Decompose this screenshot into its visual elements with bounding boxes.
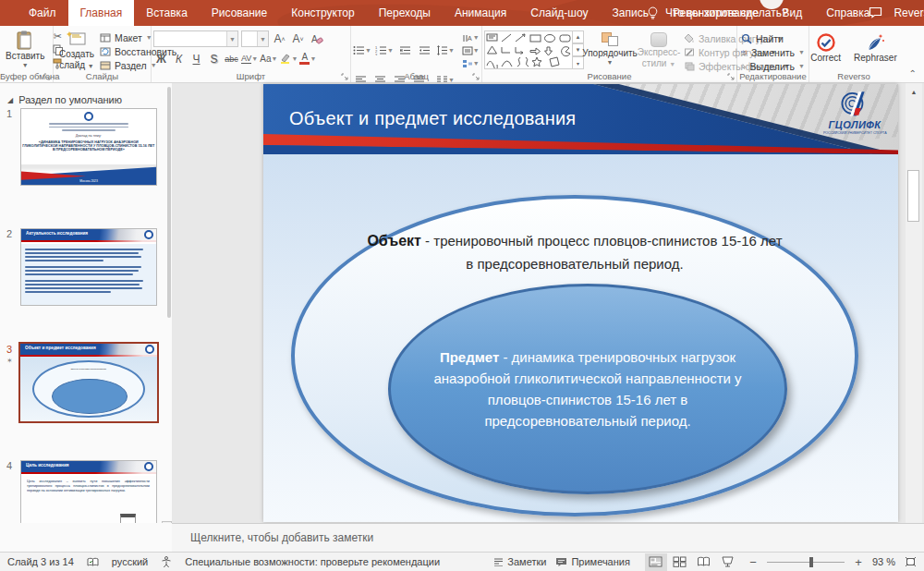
status-left: Слайд 3 из 14 русский Специальные возмож… bbox=[7, 556, 440, 568]
clipboard-dialog-launcher[interactable] bbox=[43, 73, 51, 80]
logo-subtext: РОССИЙСКИЙ УНИВЕРСИТЕТ СПОРТА bbox=[823, 131, 887, 135]
convert-smartart-button[interactable]: ▼ bbox=[462, 57, 480, 69]
zoom-in-button[interactable]: + bbox=[854, 555, 863, 569]
tab-draw[interactable]: Рисование bbox=[200, 0, 279, 26]
university-logo: ГЦОЛИФК РОССИЙСКИЙ УНИВЕРСИТЕТ СПОРТА bbox=[821, 88, 889, 136]
tab-reverso[interactable]: Reverso bbox=[881, 0, 924, 26]
notes-toggle-button[interactable]: Заметки bbox=[493, 556, 546, 567]
bold-button[interactable]: Ж bbox=[153, 51, 169, 67]
slide-1-thumbnail[interactable]: Доклад на тему: «ДИНАМИКА ТРЕНИРОВОЧНЫХ … bbox=[20, 108, 157, 186]
accessibility-icon[interactable] bbox=[161, 556, 172, 568]
drawing-dialog-launcher[interactable] bbox=[727, 73, 735, 80]
numbering-button[interactable]: 123▼ bbox=[375, 43, 394, 58]
shapes-scroll-up[interactable]: ▲ bbox=[573, 30, 584, 43]
highlight-color-button[interactable]: ▼ bbox=[279, 51, 298, 67]
font-size-combo[interactable]: ▼ bbox=[241, 30, 269, 47]
slide-2-thumbnail[interactable]: Актуальность исследования bbox=[20, 228, 157, 306]
group-slides: Создать слайд ▼ Макет▼ Восстановить Разд… bbox=[54, 26, 152, 82]
character-spacing-button[interactable]: AV▼ bbox=[241, 51, 258, 67]
pane-scrollbar-thumb[interactable] bbox=[167, 87, 171, 318]
tab-home[interactable]: Главная bbox=[68, 0, 135, 26]
font-name-combo[interactable]: ▼ bbox=[153, 30, 238, 47]
strikethrough-button[interactable]: abc bbox=[224, 51, 239, 67]
slide-sorter-view-button[interactable] bbox=[669, 553, 691, 571]
replace-button[interactable]: abacЗаменить▼ bbox=[739, 45, 807, 59]
rephraser-icon bbox=[865, 32, 885, 53]
reading-view-button[interactable] bbox=[693, 553, 715, 571]
tab-design[interactable]: Конструктор bbox=[279, 0, 366, 26]
fit-slide-to-window-button[interactable] bbox=[905, 556, 917, 567]
italic-button[interactable]: К bbox=[171, 51, 187, 67]
tab-insert[interactable]: Вставка bbox=[134, 0, 200, 26]
ribbon: Вставить ▼ ✂ Буфер обмена Создать слайд … bbox=[0, 26, 924, 83]
normal-view-button[interactable] bbox=[645, 553, 667, 571]
scrollbar-up-arrow[interactable]: ▲ bbox=[907, 85, 920, 98]
comments-toggle-button[interactable]: Примечания bbox=[555, 556, 630, 567]
editor-vertical-scrollbar[interactable]: ▲ bbox=[906, 83, 922, 523]
zoom-slider-knob[interactable] bbox=[809, 557, 813, 567]
arrange-icon bbox=[602, 32, 618, 46]
notes-area[interactable]: Щелкните, чтобы добавить заметки bbox=[172, 523, 924, 552]
underline-button[interactable]: Ч bbox=[188, 51, 204, 67]
thumb4-logo bbox=[144, 462, 153, 471]
thumb2-body bbox=[21, 244, 156, 305]
thumb4-text: Цель исследования – выявить пути повышен… bbox=[27, 479, 150, 492]
increase-font-button[interactable]: А˄ bbox=[272, 31, 287, 47]
paste-dropdown-caret: ▼ bbox=[22, 62, 29, 69]
new-slide-button[interactable]: Создать слайд ▼ bbox=[55, 29, 98, 72]
content-area: ◢ Раздел по умолчанию 1 Доклад на тему: … bbox=[0, 83, 924, 523]
text-shadow-button[interactable]: S bbox=[206, 51, 222, 67]
notes-icon bbox=[493, 557, 504, 566]
slide-title-text[interactable]: Объект и предмет исследования bbox=[289, 108, 576, 129]
section-header[interactable]: ◢ Раздел по умолчанию bbox=[7, 94, 122, 105]
shapes-gallery-grid[interactable] bbox=[484, 30, 573, 69]
shapes-gallery[interactable]: ▲ ▼ ▾ bbox=[484, 30, 584, 69]
feedback-chat-icon[interactable] bbox=[869, 6, 882, 18]
change-case-button[interactable]: Aa▼ bbox=[260, 51, 277, 67]
status-bar: Слайд 3 из 14 русский Специальные возмож… bbox=[0, 552, 924, 571]
find-button[interactable]: Найти bbox=[739, 31, 807, 45]
slides-group-label: Слайды bbox=[54, 71, 151, 81]
spellcheck-book-icon[interactable] bbox=[87, 557, 99, 567]
svg-text:А: А bbox=[311, 34, 318, 44]
collapse-ribbon-button[interactable]: ⌃ bbox=[909, 68, 917, 79]
line-spacing-button[interactable]: ▼ bbox=[436, 43, 455, 58]
tell-me-search[interactable]: Что вы хотите сделать? bbox=[647, 0, 788, 26]
arrange-button[interactable]: Упорядочить ▼ bbox=[584, 30, 636, 68]
tab-animations[interactable]: Анимация bbox=[443, 0, 518, 26]
paragraph-dialog-launcher[interactable] bbox=[472, 73, 480, 80]
tab-file[interactable]: Файл bbox=[17, 0, 68, 26]
accessibility-status[interactable]: Специальные возможности: проверьте реком… bbox=[185, 556, 440, 567]
slideshow-view-button[interactable] bbox=[717, 553, 739, 571]
slide-editor-area: Объект и предмет исследования ГЦОЛИФК РО… bbox=[172, 83, 924, 523]
clear-formatting-button[interactable]: А bbox=[309, 31, 324, 47]
slide-4-number: 4 bbox=[6, 460, 19, 471]
tab-slideshow[interactable]: Слайд-шоу bbox=[518, 0, 600, 26]
bullets-button[interactable]: ▼ bbox=[353, 43, 371, 58]
align-text-button[interactable]: ▼ bbox=[462, 44, 480, 56]
increase-indent-button[interactable] bbox=[417, 43, 432, 58]
scrollbar-thumb[interactable] bbox=[907, 170, 919, 222]
thumb1-title: «ДИНАМИКА ТРЕНИРОВОЧНЫХ НАГРУЗОК АНАЭРОБ… bbox=[22, 140, 156, 151]
font-dialog-launcher[interactable] bbox=[341, 73, 348, 80]
zoom-slider[interactable] bbox=[767, 553, 845, 571]
zoom-out-button[interactable]: − bbox=[748, 555, 758, 569]
tab-transitions[interactable]: Переходы bbox=[367, 0, 443, 26]
zoom-percentage[interactable]: 93 % bbox=[872, 556, 895, 567]
lightbulb-icon bbox=[647, 6, 659, 20]
subject-ellipse[interactable]: Предмет - динамика тренировочных нагрузо… bbox=[388, 284, 787, 494]
titlebar: Файл Главная Вставка Рисование Конструкт… bbox=[0, 0, 924, 26]
quick-styles-button[interactable]: Экспресс- стили ▼ bbox=[636, 30, 682, 70]
text-direction-button[interactable]: A▼ bbox=[462, 31, 480, 43]
thumb3-logo bbox=[145, 345, 154, 354]
paste-button[interactable]: Вставить ▼ bbox=[2, 29, 48, 71]
font-color-button[interactable]: А▼ bbox=[299, 51, 316, 67]
zoom-slider-track bbox=[767, 562, 845, 563]
slide-3-thumbnail-selected[interactable]: Объект и предмет исследования Объект и п… bbox=[18, 342, 159, 423]
language-indicator[interactable]: русский bbox=[112, 556, 148, 567]
reverso-correct-button[interactable]: Correct bbox=[807, 30, 845, 66]
decrease-font-button[interactable]: А˅ bbox=[290, 31, 306, 47]
slide-canvas[interactable]: Объект и предмет исследования ГЦОЛИФК РО… bbox=[263, 84, 898, 522]
decrease-indent-button[interactable] bbox=[397, 43, 413, 58]
reverso-rephraser-button[interactable]: Rephraser bbox=[850, 30, 901, 66]
